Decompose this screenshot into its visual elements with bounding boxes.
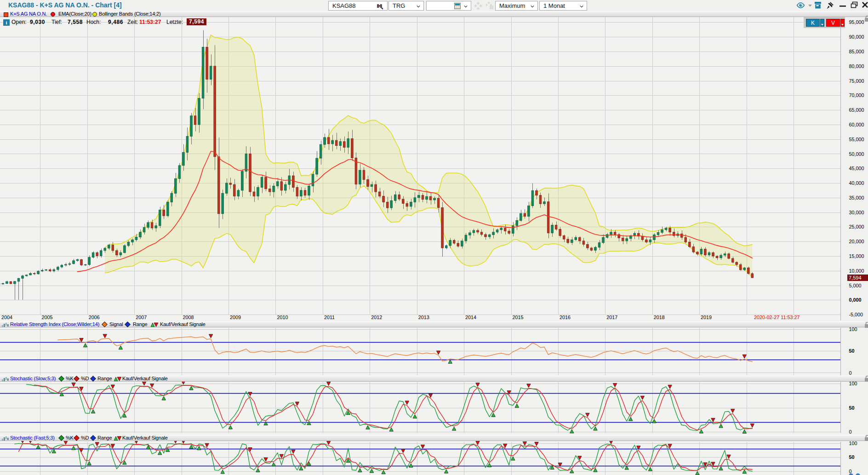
svg-text:2009: 2009 bbox=[230, 315, 241, 320]
svg-text:7,594: 7,594 bbox=[849, 275, 862, 280]
svg-text:2013: 2013 bbox=[418, 315, 429, 320]
svg-text:60,000: 60,000 bbox=[849, 122, 864, 127]
svg-text:95,000: 95,000 bbox=[849, 19, 864, 25]
svg-text:15,000: 15,000 bbox=[849, 253, 864, 259]
svg-text:2018: 2018 bbox=[654, 315, 665, 320]
svg-text:0: 0 bbox=[849, 429, 852, 435]
svg-text:2006: 2006 bbox=[89, 315, 100, 320]
svg-text:2010: 2010 bbox=[277, 315, 288, 320]
svg-text:2008: 2008 bbox=[183, 315, 194, 320]
svg-text:5,000: 5,000 bbox=[849, 283, 862, 288]
svg-text:90,000: 90,000 bbox=[849, 34, 864, 40]
svg-text:70,000: 70,000 bbox=[849, 92, 864, 98]
svg-text:50,000: 50,000 bbox=[849, 151, 864, 157]
svg-text:55,000: 55,000 bbox=[849, 137, 864, 142]
svg-text:2015: 2015 bbox=[513, 315, 524, 320]
svg-text:100: 100 bbox=[849, 381, 857, 386]
svg-text:0: 0 bbox=[849, 370, 852, 376]
svg-text:30,000: 30,000 bbox=[849, 210, 864, 215]
svg-text:-5,000: -5,000 bbox=[849, 312, 863, 317]
svg-text:40,000: 40,000 bbox=[849, 180, 864, 186]
svg-text:45,000: 45,000 bbox=[849, 166, 864, 171]
svg-text:85,000: 85,000 bbox=[849, 49, 864, 54]
svg-text:2005: 2005 bbox=[41, 315, 52, 320]
svg-text:2020-02-27 11:53:27: 2020-02-27 11:53:27 bbox=[754, 315, 799, 320]
svg-text:2017: 2017 bbox=[606, 315, 617, 320]
svg-text:2007: 2007 bbox=[136, 315, 147, 320]
svg-text:75,000: 75,000 bbox=[849, 78, 864, 84]
svg-text:50: 50 bbox=[849, 454, 855, 460]
svg-text:100: 100 bbox=[849, 441, 857, 446]
svg-text:20,000: 20,000 bbox=[849, 239, 864, 244]
svg-text:2004: 2004 bbox=[1, 315, 12, 320]
svg-text:2019: 2019 bbox=[701, 315, 712, 320]
svg-text:2012: 2012 bbox=[371, 315, 382, 320]
svg-text:35,000: 35,000 bbox=[849, 195, 864, 200]
svg-text:0,000: 0,000 bbox=[849, 297, 862, 303]
svg-text:2014: 2014 bbox=[465, 315, 476, 320]
svg-text:2016: 2016 bbox=[560, 315, 571, 320]
svg-text:50: 50 bbox=[849, 348, 855, 354]
svg-text:80,000: 80,000 bbox=[849, 63, 864, 69]
svg-text:25,000: 25,000 bbox=[849, 224, 864, 229]
svg-text:10,000: 10,000 bbox=[849, 268, 864, 274]
svg-text:65,000: 65,000 bbox=[849, 107, 864, 113]
svg-text:50: 50 bbox=[849, 405, 855, 411]
svg-text:2011: 2011 bbox=[324, 315, 335, 320]
